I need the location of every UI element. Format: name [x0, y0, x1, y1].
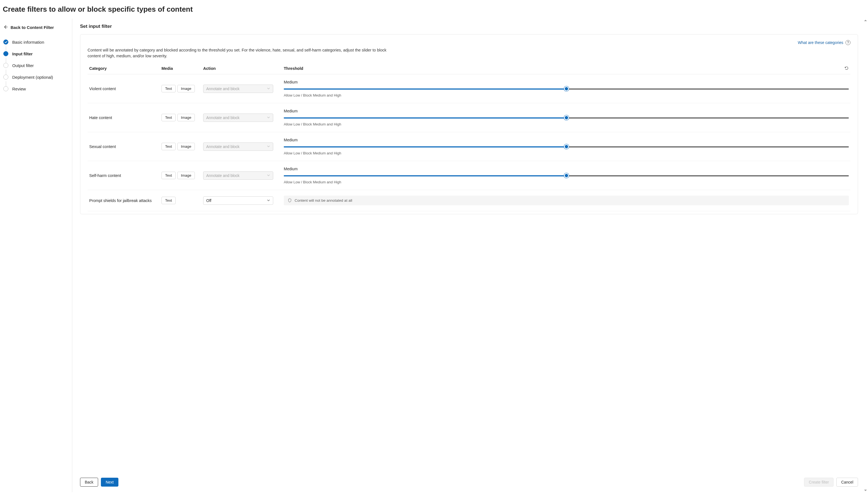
slider-thumb-icon[interactable]	[564, 144, 569, 149]
checkmark-icon	[3, 40, 8, 44]
action-select-value: Annotate and block	[206, 144, 239, 149]
page-title: Create filters to allow or block specifi…	[0, 0, 868, 19]
arrow-left-icon	[3, 25, 8, 30]
create-filter-button: Create filter	[804, 478, 833, 487]
media-text-toggle[interactable]: Text	[161, 197, 176, 204]
action-select: Annotate and block	[203, 113, 273, 122]
media-text-toggle[interactable]: Text	[161, 114, 176, 121]
action-select: Annotate and block	[203, 143, 273, 151]
threshold-slider[interactable]	[284, 87, 849, 91]
wizard-footer: Back Next Create filter Cancel	[72, 473, 868, 492]
threshold-caption: Allow Low / Block Medium and High	[284, 122, 849, 126]
step-dot-icon	[3, 51, 8, 56]
media-image-toggle[interactable]: Image	[177, 143, 195, 150]
action-select-value: Annotate and block	[206, 87, 239, 91]
media-text-toggle[interactable]: Text	[161, 85, 176, 92]
media-image-toggle[interactable]: Image	[177, 172, 195, 179]
threshold-caption: Allow Low / Block Medium and High	[284, 93, 849, 98]
help-link-text: What are these categories	[798, 40, 843, 45]
step-label: Basic information	[12, 40, 44, 44]
section-title: Set input filter	[80, 24, 858, 29]
step-label: Input filter	[12, 51, 32, 56]
chevron-down-icon	[267, 198, 270, 203]
back-button[interactable]: Back	[80, 478, 98, 487]
filter-panel: What are these categories ? Content will…	[80, 34, 858, 214]
wizard-step[interactable]: Review	[2, 83, 69, 94]
categories-table: Category Media Action Threshold Violent …	[88, 62, 850, 211]
threshold-label: Medium	[284, 80, 849, 84]
threshold-label: Medium	[284, 167, 849, 171]
main-panel: Set input filter What are these categori…	[72, 19, 868, 492]
category-name: Sexual content	[89, 144, 116, 149]
question-mark-icon: ?	[845, 40, 850, 45]
category-name: Hate content	[89, 115, 112, 120]
threshold-caption: Allow Low / Block Medium and High	[284, 180, 849, 184]
info-message: Content will not be annotated at all	[284, 196, 849, 205]
wizard-sidebar: Back to Content Filter Basic information…	[0, 19, 72, 492]
action-select[interactable]: Off	[203, 196, 273, 205]
threshold-slider[interactable]	[284, 144, 849, 149]
step-label: Review	[12, 87, 26, 91]
media-text-toggle[interactable]: Text	[161, 172, 176, 179]
chevron-down-icon	[267, 115, 270, 120]
intro-text: Content will be annotated by category an…	[88, 47, 388, 59]
wizard-steps: Basic informationInput filterOutput filt…	[2, 36, 69, 94]
slider-thumb-icon[interactable]	[564, 115, 569, 120]
media-image-toggle[interactable]: Image	[177, 85, 195, 92]
chevron-down-icon	[267, 144, 270, 149]
back-label: Back to Content Filter	[10, 25, 54, 30]
category-name: Violent content	[89, 87, 116, 91]
info-text: Content will not be annotated at all	[295, 198, 352, 202]
category-name: Self-harm content	[89, 173, 121, 178]
slider-thumb-icon[interactable]	[564, 173, 569, 178]
threshold-label: Medium	[284, 138, 849, 142]
action-select-value: Annotate and block	[206, 173, 239, 178]
category-name: Prompt shields for jailbreak attacks	[89, 198, 152, 203]
threshold-caption: Allow Low / Block Medium and High	[284, 151, 849, 155]
next-button[interactable]: Next	[101, 478, 118, 487]
table-row: Hate contentTextImageAnnotate and blockM…	[88, 103, 850, 132]
wizard-step[interactable]: Output filter	[2, 60, 69, 71]
wizard-step[interactable]: Input filter	[2, 48, 69, 60]
threshold-slider[interactable]	[284, 115, 849, 121]
reset-thresholds-icon[interactable]	[844, 66, 849, 70]
table-row: Self-harm contentTextImageAnnotate and b…	[88, 161, 850, 190]
col-action: Action	[202, 62, 282, 74]
step-dot-icon	[3, 86, 8, 91]
table-row: Violent contentTextImageAnnotate and blo…	[88, 74, 850, 103]
threshold-label: Medium	[284, 109, 849, 113]
chevron-down-icon	[267, 173, 270, 178]
action-select: Annotate and block	[203, 171, 273, 180]
back-to-content-filter-link[interactable]: Back to Content Filter	[2, 23, 69, 36]
action-select-value: Annotate and block	[206, 115, 239, 120]
step-label: Output filter	[12, 63, 34, 68]
action-select-value: Off	[206, 198, 211, 203]
step-dot-icon	[3, 74, 8, 80]
col-category: Category	[88, 62, 160, 74]
action-select: Annotate and block	[203, 85, 273, 93]
shield-icon	[288, 198, 292, 202]
wizard-step[interactable]: Basic information	[2, 36, 69, 48]
cancel-button[interactable]: Cancel	[836, 478, 858, 487]
table-row: Prompt shields for jailbreak attacksText…	[88, 190, 850, 211]
media-image-toggle[interactable]: Image	[177, 114, 195, 121]
wizard-step[interactable]: Deployment (optional)	[2, 71, 69, 83]
chevron-down-icon	[267, 87, 270, 91]
threshold-slider[interactable]	[284, 173, 849, 178]
step-dot-icon	[3, 63, 8, 68]
table-row: Sexual contentTextImageAnnotate and bloc…	[88, 132, 850, 161]
what-are-these-categories-link[interactable]: What are these categories ?	[798, 40, 850, 45]
slider-thumb-icon[interactable]	[564, 86, 569, 91]
media-text-toggle[interactable]: Text	[161, 143, 176, 150]
col-threshold: Threshold	[282, 62, 702, 74]
col-media: Media	[160, 62, 202, 74]
step-label: Deployment (optional)	[12, 75, 53, 80]
